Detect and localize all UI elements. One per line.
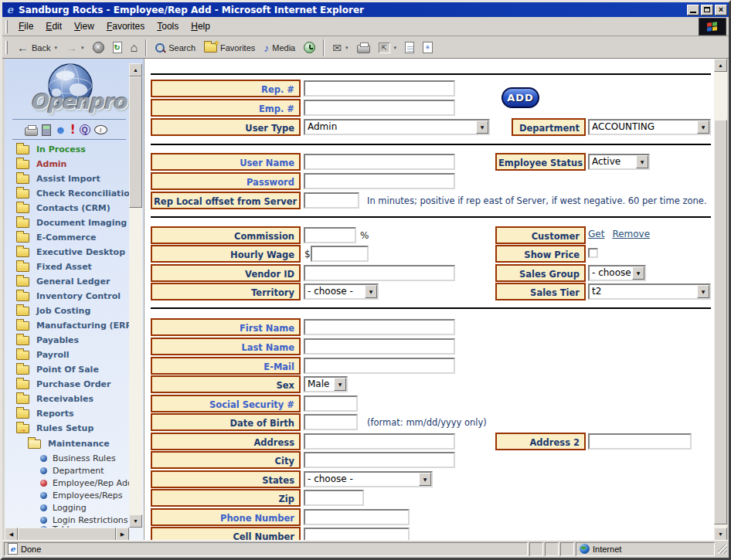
city-input[interactable] <box>304 452 455 468</box>
sidebar-item-payables[interactable]: Payables <box>16 334 79 347</box>
menu-edit[interactable]: Edit <box>39 19 68 34</box>
sidebar-scroll-right-button[interactable]: ▶ <box>116 528 129 541</box>
main-scroll-down-button[interactable]: ▼ <box>714 528 727 541</box>
sidebar-item-rules-setup[interactable]: →Rules Setup <box>16 422 94 435</box>
stop-button[interactable]: × <box>89 39 108 57</box>
chevron-down-icon[interactable]: ▼ <box>632 266 644 280</box>
buddy-icon[interactable]: ☻ <box>55 124 66 135</box>
phone-input[interactable] <box>304 509 410 525</box>
mail-button[interactable]: ✉ ▾ <box>328 39 352 57</box>
department-select[interactable]: ACCOUNTING▼ <box>588 119 711 135</box>
maximize-button[interactable] <box>701 5 713 15</box>
sidebar-item-point-of-sale[interactable]: Point Of Sale <box>16 363 99 376</box>
menu-favorites[interactable]: Favorites <box>100 19 151 34</box>
chevron-down-icon[interactable]: ▼ <box>334 378 346 391</box>
sidebar-scroll-up-button[interactable]: ▲ <box>129 63 142 76</box>
zip-input[interactable] <box>304 490 364 506</box>
user-type-select[interactable]: Admin▼ <box>304 119 490 135</box>
sidebar-scroll-down-button[interactable]: ▼ <box>129 514 142 528</box>
menu-grip[interactable] <box>5 20 8 33</box>
sidebar-item-in-process[interactable]: In Process <box>16 143 86 156</box>
sidebar-scroll-left-button[interactable]: ◀ <box>5 528 18 541</box>
sidebar-item-department[interactable]: Department <box>40 464 104 477</box>
sidebar-item-maintenance[interactable]: Maintenance <box>28 437 110 450</box>
chevron-down-icon[interactable]: ▼ <box>636 155 648 168</box>
password-input[interactable] <box>304 173 455 189</box>
resize-grip[interactable] <box>718 545 727 554</box>
sidebar-hscroll-thumb[interactable] <box>18 528 116 541</box>
sidebar-item-fixed-asset[interactable]: Fixed Asset <box>16 260 92 273</box>
chevron-down-icon[interactable]: ▼ <box>697 285 709 298</box>
add-button[interactable]: ADD <box>502 87 539 108</box>
sidebar-item-employee-rep-add[interactable]: Employee/Rep Add <box>40 477 133 489</box>
edit-button[interactable] <box>401 39 418 57</box>
emp-number-input[interactable] <box>304 100 455 116</box>
chevron-down-icon[interactable]: ▼ <box>419 473 431 486</box>
sidebar-item-logging[interactable]: Logging <box>40 501 87 514</box>
query-icon[interactable]: Q <box>80 124 90 135</box>
close-button[interactable]: × <box>715 5 727 15</box>
last-name-input[interactable] <box>304 338 455 355</box>
media-button[interactable]: ♪ Media <box>260 39 299 57</box>
chevron-down-icon[interactable]: ▼ <box>476 120 488 134</box>
sidebar-item-e-commerce[interactable]: E-Commerce <box>16 231 97 244</box>
print-button[interactable] <box>353 39 374 57</box>
back-dropdown-icon[interactable]: ▾ <box>54 45 57 51</box>
sex-select[interactable]: Male▼ <box>304 376 348 392</box>
menu-view[interactable]: View <box>68 19 100 34</box>
sales-group-select[interactable]: - choose -▼ <box>588 265 646 281</box>
refresh-button[interactable]: ↻ <box>109 39 126 57</box>
menu-tools[interactable]: Tools <box>151 19 185 34</box>
employee-status-select[interactable]: Active▼ <box>588 154 650 170</box>
rep-offset-input[interactable] <box>304 192 359 209</box>
sidebar-item-document-imaging[interactable]: Document Imaging <box>16 216 127 229</box>
sidebar-item-business-rules[interactable]: Business Rules <box>40 452 116 464</box>
sidebar-item-manufacturing-erp[interactable]: Manufacturing (ERP) <box>16 319 136 332</box>
address2-input[interactable] <box>588 433 692 450</box>
states-select[interactable]: - choose -▼ <box>304 471 433 487</box>
sidebar-item-general-ledger[interactable]: General Ledger <box>16 275 110 288</box>
sidebar-item-employees-reps[interactable]: Employees/Reps <box>40 489 123 501</box>
sidebar-item-check-reconciliation[interactable]: Check Reconciliation <box>16 187 136 200</box>
messenger-button[interactable]: ✳ <box>419 39 437 57</box>
first-name-input[interactable] <box>304 319 455 335</box>
customer-get-link[interactable]: Get <box>588 229 604 239</box>
chevron-down-icon[interactable]: ▼ <box>697 120 709 134</box>
main-scroll-up-button[interactable]: ▲ <box>714 59 727 72</box>
ssn-input[interactable] <box>304 395 358 412</box>
vendor-id-input[interactable] <box>304 265 455 281</box>
email-input[interactable] <box>304 358 455 374</box>
territory-select[interactable]: - choose -▼ <box>304 283 379 300</box>
user-name-input[interactable] <box>304 154 455 170</box>
sidebar-item-assist-import[interactable]: Assist Import <box>16 172 100 185</box>
alert-icon[interactable]: ! <box>70 124 76 136</box>
sidebar-item-contacts-crm[interactable]: Contacts (CRM) <box>16 202 110 215</box>
mail-dropdown-icon[interactable]: ▾ <box>345 45 348 51</box>
sidebar-vscroll-thumb[interactable] <box>129 76 142 208</box>
sidebar-item-receivables[interactable]: Receivables <box>16 392 94 406</box>
sidebar-item-admin[interactable]: Admin <box>16 158 66 171</box>
rep-number-input[interactable] <box>304 80 455 97</box>
home-button[interactable]: ⌂ <box>127 39 142 57</box>
minimize-button[interactable] <box>687 5 699 15</box>
menu-file[interactable]: File <box>12 19 39 34</box>
sidebar-item-reports[interactable]: Reports <box>16 407 74 420</box>
sidebar-item-purchase-order[interactable]: Purchase Order <box>16 378 110 391</box>
cell-input[interactable] <box>304 528 410 541</box>
chevron-down-icon[interactable]: ▼ <box>365 285 377 298</box>
commission-input[interactable] <box>304 227 356 243</box>
sales-tier-select[interactable]: t2▼ <box>588 283 711 300</box>
forward-button[interactable]: → ▾ <box>62 39 88 57</box>
print-icon[interactable] <box>25 127 38 136</box>
forward-dropdown-icon[interactable]: ▾ <box>81 45 84 51</box>
fullscreen-button[interactable]: ⇱ ▾ <box>375 39 401 57</box>
sidebar-item-executive-desktop[interactable]: Executive Desktop <box>16 246 125 259</box>
hourly-wage-input[interactable] <box>311 246 369 262</box>
fullscreen-dropdown-icon[interactable]: ▾ <box>394 45 397 51</box>
history-button[interactable] <box>300 39 319 57</box>
sidebar-item-job-costing[interactable]: Job Costing <box>16 304 90 317</box>
sidebar-item-inventory-control[interactable]: Inventory Control <box>16 290 121 303</box>
sidebar-item-payroll[interactable]: Payroll <box>16 348 70 361</box>
chat-icon[interactable]: I <box>94 125 107 134</box>
dob-input[interactable] <box>304 414 358 430</box>
